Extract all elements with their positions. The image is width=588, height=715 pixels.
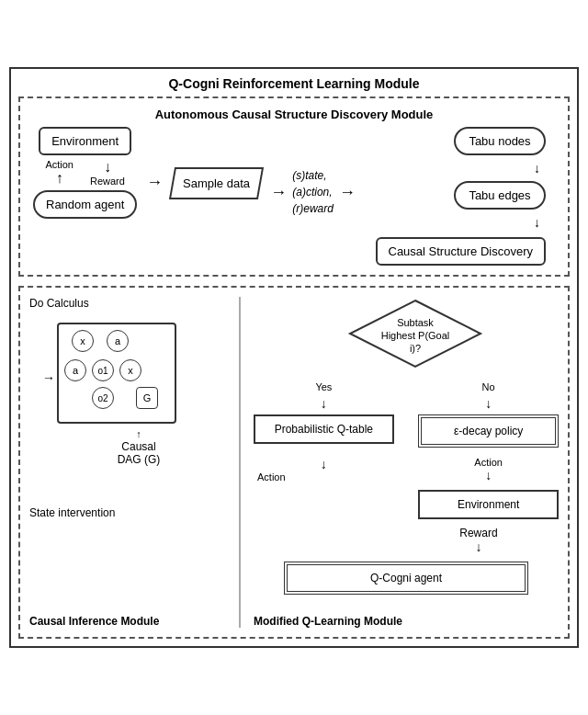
tabu-edges-box: Tabu edges <box>454 181 546 210</box>
dag-input-arrow: → <box>42 370 55 385</box>
environment-box: Environment <box>39 127 131 155</box>
random-agent-box: Random agent <box>33 190 137 219</box>
causal-inference-module-label: Causal Inference Module <box>29 615 230 628</box>
top-left-col: Environment Action ↑ ↓ Reward Random age… <box>33 127 137 219</box>
branches-row: Yes ↓ Probabilistic Q-table No ↓ ε-decay… <box>254 381 559 448</box>
sample-data-container: Sample data <box>172 167 261 199</box>
sample-data-label: Sample data <box>183 176 250 190</box>
qcogni-agent-box: Q-Cogni agent <box>284 562 528 595</box>
no-branch: No ↓ ε-decay policy <box>418 381 559 448</box>
tabu-group: Tabu nodes ↓ Tabu edges ↓ <box>454 127 546 230</box>
environment-label-bottom: Environment <box>458 498 519 511</box>
node-x1: x <box>72 330 94 352</box>
right-top-section: Tabu nodes ↓ Tabu edges ↓ Causal Structu… <box>365 127 555 266</box>
node-o1: o1 <box>92 359 114 381</box>
environment-label: Environment <box>51 134 119 148</box>
prob-qtable-box: Probabilistic Q-table <box>254 414 394 444</box>
top-module-title: Autonomous Causal Structure Discovery Mo… <box>33 108 555 121</box>
svg-text:i)?: i)? <box>410 343 421 354</box>
epsilon-decay-label: ε-decay policy <box>454 425 523 437</box>
reward-label: Reward <box>90 176 125 187</box>
italic-label: (s)tate, (a)ction, (r)eward <box>292 167 334 217</box>
causal-discovery-label: Causal Structure Discovery <box>389 244 534 258</box>
environment-box-bottom: Environment <box>418 490 559 519</box>
no-label: No <box>482 381 495 392</box>
yes-label: Yes <box>315 381 332 392</box>
bottom-module-inner: Do Calculus x a a <box>29 297 559 628</box>
top-module: Autonomous Causal Structure Discovery Mo… <box>18 96 570 277</box>
svg-text:Subtask: Subtask <box>397 317 434 328</box>
modified-qlearning-label: Modified Q-Learning Module <box>254 615 559 628</box>
do-calculus-label: Do Calculus <box>29 297 230 310</box>
causal-discovery-box: Causal Structure Discovery <box>376 237 547 266</box>
action-label: Action <box>45 159 74 170</box>
tabu-edges-label: Tabu edges <box>469 188 530 202</box>
arrow-to-causal: → <box>339 183 356 202</box>
node-a2: a <box>64 359 86 381</box>
tabu-nodes-box: Tabu nodes <box>454 127 546 155</box>
node-a1: a <box>107 330 129 352</box>
node-x2: x <box>119 359 141 381</box>
qcogni-agent-label: Q-Cogni agent <box>370 572 442 584</box>
action-label-right: Action <box>474 457 503 468</box>
reward-label-bottom: Reward <box>459 527 497 539</box>
no-arrow: ↓ <box>485 396 492 411</box>
arrow-to-sample: → <box>146 173 163 192</box>
qcogni-row: Q-Cogni agent <box>254 562 559 595</box>
subtask-diamond-svg: Subtask Highest P(Goal i)? <box>346 297 484 370</box>
dag-box: x a a o1 x <box>57 323 176 424</box>
italic-container: → (s)tate, (a)ction, (r)eward → <box>270 167 356 217</box>
svg-text:Highest P(Goal: Highest P(Goal <box>381 330 450 341</box>
right-action: Action ↓ <box>418 457 559 482</box>
sample-data-box: Sample data <box>169 167 264 199</box>
yes-arrow: ↓ <box>321 396 327 411</box>
outer-title: Q-Cogni Reinforcement Learning Module <box>18 76 570 91</box>
right-section: Subtask Highest P(Goal i)? Yes ↓ Probabi… <box>241 297 559 628</box>
env-row: Environment <box>254 490 559 519</box>
action-labels-row: ↓ Action Action ↓ <box>254 457 559 482</box>
dag-label: ↑ Causal DAG (G) <box>48 427 230 466</box>
main-container: Q-Cogni Reinforcement Learning Module Au… <box>9 67 579 648</box>
left-action: ↓ Action <box>254 457 394 482</box>
action-label-left: Action <box>257 471 286 482</box>
node-G: G <box>136 387 158 409</box>
reward-row: Reward ↓ <box>254 527 559 554</box>
prob-qtable-label: Probabilistic Q-table <box>275 423 373 436</box>
yes-branch: Yes ↓ Probabilistic Q-table <box>254 381 394 444</box>
bottom-module: Do Calculus x a a <box>18 286 570 639</box>
left-section: Do Calculus x a a <box>29 297 241 628</box>
tabu-nodes-label: Tabu nodes <box>469 134 530 148</box>
node-o2: o2 <box>92 387 114 409</box>
random-agent-label: Random agent <box>46 198 124 211</box>
subtask-diamond-wrapper: Subtask Highest P(Goal i)? <box>346 297 466 370</box>
epsilon-decay-box: ε-decay policy <box>418 414 559 448</box>
arrow-to-italic: → <box>270 183 287 202</box>
state-intervention-label: State intervention <box>29 506 230 519</box>
